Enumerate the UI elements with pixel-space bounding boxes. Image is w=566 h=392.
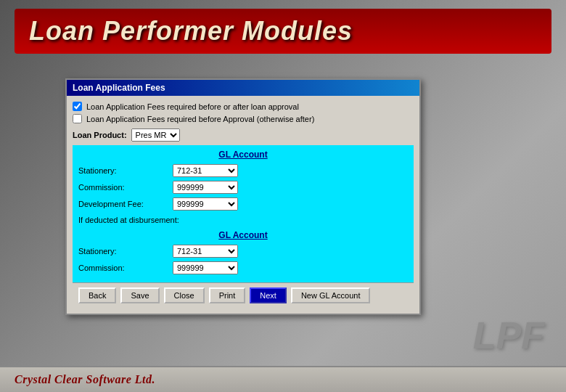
close-button[interactable]: Close <box>164 287 205 303</box>
checkbox2-label: Loan Application Fees required before Ap… <box>86 115 314 123</box>
gl-account-header-1: GL Account <box>78 150 408 160</box>
cyan-section-1: GL Account Stationery: 712-31 Commission… <box>73 145 414 282</box>
development-fee-select[interactable]: 999999 <box>173 197 238 211</box>
deducted-text: If deducted at disbursement: <box>78 214 408 226</box>
stationery-label-1: Stationery: <box>78 166 173 175</box>
top-banner: Loan Performer Modules <box>15 9 551 54</box>
development-fee-row: Development Fee: 999999 <box>78 197 408 211</box>
new-gl-account-button[interactable]: New GL Account <box>291 287 371 303</box>
save-button[interactable]: Save <box>120 287 159 303</box>
dialog-title: Loan Application Fees <box>73 83 165 93</box>
commission-select-1[interactable]: 999999 <box>173 181 238 194</box>
next-button[interactable]: Next <box>250 287 287 303</box>
commission-label-2: Commission: <box>78 264 173 272</box>
stationery-select-1[interactable]: 712-31 <box>173 164 238 177</box>
stationery-row-1: Stationery: 712-31 <box>78 164 408 177</box>
stationery-row-2: Stationery: 712-31 <box>78 245 408 258</box>
checkbox1-label: Loan Application Fees required before or… <box>86 102 299 111</box>
stationery-select-2[interactable]: 712-31 <box>173 245 238 258</box>
lpf-watermark: LPF <box>473 314 544 357</box>
dialog-body: Loan Application Fees required before or… <box>67 96 419 314</box>
commission-row-1: Commission: 999999 <box>78 181 408 194</box>
stationery-label-2: Stationery: <box>78 247 173 256</box>
gl-account-header-2: GL Account <box>78 230 408 240</box>
page-title: Loan Performer Modules <box>29 16 353 46</box>
loan-product-label: Loan Product: <box>73 131 127 139</box>
checkbox-row-1: Loan Application Fees required before or… <box>73 102 414 111</box>
company-name: Crystal Clear Software Ltd. <box>15 373 155 386</box>
loan-product-row: Loan Product: Pres MR <box>73 126 414 144</box>
checkbox-row-2: Loan Application Fees required before Ap… <box>73 114 414 123</box>
back-button[interactable]: Back <box>78 287 116 303</box>
commission-row-2: Commission: 999999 <box>78 261 408 274</box>
bottom-bar: Crystal Clear Software Ltd. <box>0 366 566 392</box>
commission-label-1: Commission: <box>78 183 173 192</box>
button-bar: Back Save Close Print Next New GL Accoun… <box>73 282 414 308</box>
loan-product-select[interactable]: Pres MR <box>131 128 180 142</box>
checkbox-before-approval[interactable] <box>73 114 82 123</box>
development-fee-label: Development Fee: <box>78 200 173 208</box>
checkbox-before-after-approval[interactable] <box>73 102 82 111</box>
loan-application-fees-dialog: Loan Application Fees Loan Application F… <box>65 78 421 315</box>
print-button[interactable]: Print <box>209 287 246 303</box>
commission-select-2[interactable]: 999999 <box>173 261 238 274</box>
dialog-titlebar: Loan Application Fees <box>67 80 419 96</box>
